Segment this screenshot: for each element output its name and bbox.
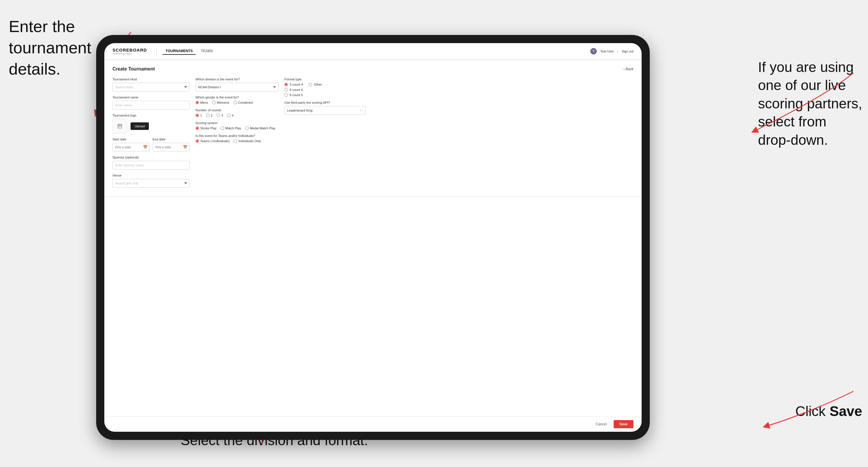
rounds-label-1: 1 [200, 114, 202, 117]
scoring-radio-stroke[interactable] [195, 126, 199, 130]
end-date-field: 📅 [153, 143, 190, 152]
tablet-screen: SCOREBOARD Powered by clippd TOURNAMENTS… [104, 43, 642, 432]
event-radio-individuals[interactable] [234, 139, 237, 143]
rounds-radio-1[interactable] [195, 114, 199, 117]
format-radio-6count4[interactable] [284, 88, 288, 91]
annotation-click-text: Click [796, 404, 830, 419]
event-type-label: Is this event for Teams and/or Individua… [195, 134, 279, 137]
annotation-top-left: Enter the tournament details. [9, 16, 91, 80]
sponsor-field: Sponsor (optional) [113, 156, 190, 169]
format-option-other[interactable]: Other [309, 83, 322, 86]
event-option-teams[interactable]: Teams (+Individuals) [195, 139, 229, 143]
dates-field: Start date 📅 End date [113, 137, 190, 152]
venue-label: Venue [113, 174, 190, 177]
start-date-group: Start date 📅 [113, 137, 150, 152]
tournament-logo-label: Tournament logo [113, 114, 190, 117]
start-date-input[interactable] [113, 143, 150, 152]
scoring-field: Scoring system Stroke Play Match Play [195, 121, 279, 130]
nav-link-tournaments[interactable]: TOURNAMENTS [163, 48, 195, 55]
tournament-logo-field: Tournament logo Upload [113, 114, 190, 133]
tournament-host-input[interactable] [113, 83, 190, 91]
gender-label-womens: Womens [217, 101, 229, 104]
rounds-radio-2[interactable] [206, 114, 210, 117]
cancel-button[interactable]: Cancel [592, 420, 611, 428]
start-date-field: 📅 [113, 143, 150, 152]
col-right: Format type 5 count 4 6 count [284, 77, 366, 192]
gender-option-combined[interactable]: Combined [234, 101, 253, 104]
navbar-right: T Test User | Sign out [590, 48, 633, 55]
tournament-host-label: Tournament Host [113, 77, 190, 81]
logo-placeholder [113, 119, 127, 133]
brand-title: SCOREBOARD [113, 48, 147, 53]
live-scoring-clear[interactable]: × ‹ [360, 109, 363, 112]
event-radio-teams[interactable] [195, 139, 199, 143]
live-scoring-container[interactable]: Leaderboard King × ‹ [284, 106, 366, 115]
scoring-radio-match[interactable] [221, 126, 224, 130]
end-date-input[interactable] [153, 143, 190, 152]
division-field: Which division is the event for? NCAA Di… [195, 77, 279, 91]
gender-option-mens[interactable]: Mens [195, 101, 208, 104]
nav-separator [156, 47, 157, 55]
venue-input[interactable] [113, 179, 190, 188]
signout-link[interactable]: Sign out [622, 50, 633, 53]
event-option-individuals[interactable]: Individuals Only [234, 139, 261, 143]
scoring-radio-group: Stroke Play Match Play Medal Match Play [195, 126, 279, 130]
format-option-6count5[interactable]: 6 count 5 [284, 93, 303, 97]
live-scoring-field: Use third-party live scoring API? Leader… [284, 101, 366, 115]
format-radio-6count5[interactable] [284, 93, 288, 97]
back-link[interactable]: ‹ Back [624, 67, 633, 71]
form-container: Create Tournament ‹ Back Tournament Host [104, 60, 642, 197]
rounds-option-2[interactable]: 2 [206, 114, 212, 117]
format-type-columns: 5 count 4 6 count 4 6 count 5 [284, 83, 366, 97]
scoring-option-stroke[interactable]: Stroke Play [195, 126, 216, 130]
gender-option-womens[interactable]: Womens [212, 101, 229, 104]
logo-upload-area: Upload [113, 119, 190, 133]
scoring-radio-medal[interactable] [245, 126, 249, 130]
sponsor-input[interactable] [113, 161, 190, 169]
scoring-option-medal[interactable]: Medal Match Play [245, 126, 275, 130]
format-type-col1: 5 count 4 6 count 4 6 count 5 [284, 83, 303, 97]
gender-label: Which gender is the event for? [195, 96, 279, 99]
annotation-save-bold: Save [830, 404, 862, 419]
format-radio-other[interactable] [309, 83, 312, 86]
rounds-option-4[interactable]: 4 [227, 114, 234, 117]
annotation-top-right: If you are using one of our live scoring… [758, 58, 863, 149]
format-label-6count5: 6 count 5 [290, 93, 303, 97]
rounds-label-3: 3 [221, 114, 223, 117]
division-label: Which division is the event for? [195, 77, 279, 81]
tournament-name-input[interactable] [113, 101, 190, 110]
form-header: Create Tournament ‹ Back [113, 66, 633, 72]
format-radio-5count4[interactable] [284, 83, 288, 86]
format-option-6count4[interactable]: 6 count 4 [284, 88, 303, 91]
event-type-radio-group: Teams (+Individuals) Individuals Only [195, 139, 279, 143]
nav-divider: | [617, 50, 618, 53]
tournament-host-field: Tournament Host [113, 77, 190, 91]
scoring-label-match: Match Play [225, 126, 241, 130]
rounds-option-3[interactable]: 3 [216, 114, 223, 117]
gender-radio-group: Mens Womens Combined [195, 101, 279, 104]
rounds-radio-3[interactable] [216, 114, 220, 117]
format-type-col2: Other [309, 83, 322, 97]
rounds-label: Number of rounds [195, 108, 279, 112]
upload-button[interactable]: Upload [130, 122, 149, 130]
gender-radio-womens[interactable] [212, 101, 216, 104]
rounds-label-2: 2 [211, 114, 212, 117]
scoring-option-match[interactable]: Match Play [221, 126, 241, 130]
rounds-option-1[interactable]: 1 [195, 114, 202, 117]
format-option-5count4[interactable]: 5 count 4 [284, 83, 303, 86]
rounds-radio-group: 1 2 3 [195, 114, 279, 117]
event-type-field: Is this event for Teams and/or Individua… [195, 134, 279, 143]
save-button[interactable]: Save [614, 420, 633, 428]
rounds-label-4: 4 [231, 114, 234, 117]
date-row: Start date 📅 End date [113, 137, 190, 152]
division-select[interactable]: NCAA Division I [195, 83, 279, 91]
format-type-label: Format type [284, 77, 366, 81]
gender-field: Which gender is the event for? Mens Wome… [195, 96, 279, 104]
rounds-radio-4[interactable] [227, 114, 230, 117]
annotation-bottom-right: Click Save [796, 402, 862, 421]
nav-link-teams[interactable]: TEAMS [198, 48, 216, 55]
form-footer: Cancel Save [104, 416, 642, 432]
gender-radio-mens[interactable] [195, 101, 199, 104]
form-columns: Tournament Host Tournament name Tourname… [113, 77, 633, 192]
gender-radio-combined[interactable] [234, 101, 237, 104]
